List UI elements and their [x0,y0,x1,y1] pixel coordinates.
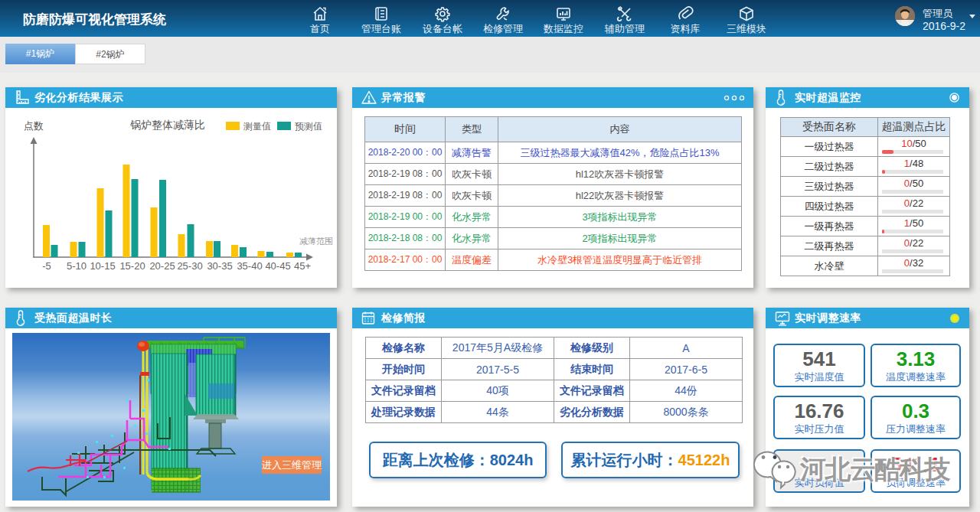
svg-text:点数: 点数 [24,120,44,132]
svg-text:锅炉整体减薄比: 锅炉整体减薄比 [130,119,205,131]
svg-text:测量值: 测量值 [243,121,271,132]
svg-text:20-25: 20-25 [149,260,175,272]
svg-text:10-15: 10-15 [90,260,115,272]
svg-text:-5: -5 [42,260,51,272]
svg-text:15-20: 15-20 [119,260,145,272]
svg-text:45+: 45+ [294,260,311,272]
svg-text:减薄范围: 减薄范围 [299,236,333,246]
svg-text:35-40: 35-40 [237,260,262,272]
svg-text:30-35: 30-35 [207,260,232,272]
svg-text:25-30: 25-30 [177,260,202,272]
svg-text:预测值: 预测值 [295,121,322,132]
svg-text:40-45: 40-45 [265,260,290,272]
svg-text:5-10: 5-10 [67,260,87,272]
